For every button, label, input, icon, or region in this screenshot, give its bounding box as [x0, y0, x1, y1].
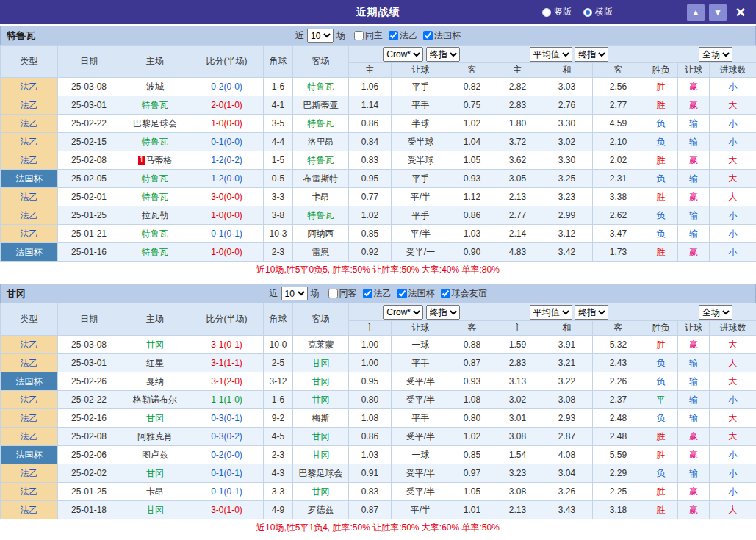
checkbox-label: 法国杯 [408, 287, 435, 300]
checkbox-input[interactable] [363, 289, 372, 298]
scope-select[interactable]: 全场 [699, 305, 732, 320]
recent-count-select[interactable]: 10 [307, 29, 334, 43]
home-team-cell[interactable]: 卡昂 [120, 483, 190, 501]
home-team-cell[interactable]: 特鲁瓦 [120, 225, 190, 243]
close-button[interactable]: × [731, 4, 750, 21]
home-team-cell[interactable]: 甘冈 [120, 409, 190, 428]
away-team-cell[interactable]: 甘冈 [293, 372, 349, 391]
away-team-cell[interactable]: 雷恩 [293, 243, 349, 262]
home-team-cell[interactable]: 特鲁瓦 [120, 170, 190, 188]
away-team-cell[interactable]: 梅斯 [293, 409, 349, 428]
company-select[interactable]: Crow* [383, 305, 423, 320]
away-team-cell[interactable]: 特鲁瓦 [293, 151, 349, 170]
home-team-cell[interactable]: 甘冈 [120, 501, 190, 519]
home-team-cell[interactable]: 巴黎足球会 [120, 115, 190, 133]
away-team-cell[interactable]: 甘冈 [293, 428, 349, 446]
away-team-cell[interactable]: 卡昂 [293, 188, 349, 206]
checkbox-input[interactable] [441, 289, 450, 298]
home-team-cell[interactable]: 1马蒂格 [120, 151, 190, 170]
score-cell[interactable]: 1-2(0-2) [190, 151, 264, 170]
home-team-cell[interactable]: 特鲁瓦 [120, 133, 190, 151]
home-team-cell[interactable]: 戛纳 [120, 372, 190, 391]
home-team-cell[interactable]: 甘冈 [120, 464, 190, 483]
recent-count-select[interactable]: 10 [281, 287, 308, 300]
score-cell[interactable]: 0-1(0-1) [190, 225, 264, 243]
score-cell[interactable]: 3-0(1-0) [190, 501, 264, 519]
score-cell[interactable]: 3-1(0-1) [190, 336, 264, 354]
odds-handicap-cell: 受半球 [392, 151, 450, 170]
col-type: 类型 [1, 46, 58, 78]
away-team-cell[interactable]: 洛里昂 [293, 133, 349, 151]
home-team-cell[interactable]: 特鲁瓦 [120, 243, 190, 262]
avg-away-cell: 2.31 [593, 170, 644, 188]
checkbox-input[interactable] [423, 31, 433, 40]
filter-checkbox-同主[interactable]: 同主 [354, 29, 383, 42]
away-team-cell[interactable]: 甘冈 [293, 483, 349, 501]
score-cell[interactable]: 2-0(1-0) [190, 96, 264, 115]
average-final-select[interactable]: 终指 [575, 305, 608, 320]
away-team-cell[interactable]: 克莱蒙 [293, 336, 349, 354]
sub-col-handicap: 让球 [392, 63, 450, 78]
filter-checkbox-球会友谊[interactable]: 球会友谊 [441, 287, 487, 300]
result-goals-cell: 大 [710, 188, 756, 206]
away-team-cell[interactable]: 布雷斯特 [293, 170, 349, 188]
checkbox-input[interactable] [389, 31, 398, 40]
filter-checkbox-法国杯[interactable]: 法国杯 [423, 29, 461, 42]
radio-vertical-layout[interactable]: 竖版 [542, 6, 572, 18]
score-cell[interactable]: 1-2(0-0) [190, 170, 264, 188]
scroll-down-button[interactable]: ▼ [709, 4, 727, 21]
away-team-cell[interactable]: 巴斯蒂亚 [293, 96, 349, 115]
home-team-cell[interactable]: 红星 [120, 354, 190, 372]
company-final-select[interactable]: 终指 [426, 47, 460, 62]
average-final-select[interactable]: 终指 [575, 47, 608, 62]
score-cell[interactable]: 1-0(0-0) [190, 206, 264, 225]
away-team-cell[interactable]: 甘冈 [293, 446, 349, 464]
away-team-cell[interactable]: 阿纳西 [293, 225, 349, 243]
result-goals-cell: 小 [710, 225, 756, 243]
score-cell[interactable]: 0-2(0-0) [190, 78, 264, 96]
home-team-cell[interactable]: 拉瓦勒 [120, 206, 190, 225]
company-select[interactable]: Crow* [383, 47, 423, 62]
filter-checkbox-同客[interactable]: 同客 [328, 287, 357, 300]
checkbox-input[interactable] [397, 289, 407, 298]
score-cell[interactable]: 0-3(0-2) [190, 428, 264, 446]
filter-checkbox-法国杯[interactable]: 法国杯 [397, 287, 435, 300]
average-select[interactable]: 平均值 [530, 47, 572, 62]
away-team-cell[interactable]: 罗德兹 [293, 501, 349, 519]
home-team-cell[interactable]: 甘冈 [120, 336, 190, 354]
home-team-cell[interactable]: 特鲁瓦 [120, 188, 190, 206]
away-team-cell[interactable]: 甘冈 [293, 354, 349, 372]
away-team-cell[interactable]: 特鲁瓦 [293, 115, 349, 133]
checkbox-input[interactable] [354, 31, 364, 40]
score-cell[interactable]: 1-0(0-0) [190, 115, 264, 133]
home-team-cell[interactable]: 图卢兹 [120, 446, 190, 464]
score-cell[interactable]: 0-1(0-1) [190, 464, 264, 483]
score-cell[interactable]: 0-2(0-0) [190, 446, 264, 464]
home-team-cell[interactable]: 阿雅克肖 [120, 428, 190, 446]
score-cell[interactable]: 0-1(0-1) [190, 483, 264, 501]
away-team-cell[interactable]: 特鲁瓦 [293, 78, 349, 96]
average-select[interactable]: 平均值 [530, 305, 572, 320]
filter-checkbox-法乙[interactable]: 法乙 [389, 29, 417, 42]
company-final-select[interactable]: 终指 [426, 305, 460, 320]
home-team-cell[interactable]: 特鲁瓦 [120, 96, 190, 115]
home-team-cell[interactable]: 格勒诺布尔 [120, 391, 190, 409]
score-cell[interactable]: 3-0(0-0) [190, 188, 264, 206]
filter-checkbox-法乙[interactable]: 法乙 [363, 287, 392, 300]
checkbox-input[interactable] [328, 289, 338, 298]
score-cell[interactable]: 3-1(1-1) [190, 354, 264, 372]
score-cell[interactable]: 1-1(1-0) [190, 391, 264, 409]
away-team-cell[interactable]: 甘冈 [293, 391, 349, 409]
score-cell[interactable]: 3-1(2-0) [190, 372, 264, 391]
match-row: 法乙25-01-18甘冈3-0(1-0)4-9罗德兹0.87平/半1.012.1… [1, 501, 756, 519]
score-cell[interactable]: 0-1(0-0) [190, 133, 264, 151]
score-cell[interactable]: 0-3(0-1) [190, 409, 264, 428]
away-team-cell[interactable]: 巴黎足球会 [293, 464, 349, 483]
radio-horizontal-layout[interactable]: 横版 [583, 6, 613, 18]
home-team-cell[interactable]: 波城 [120, 78, 190, 96]
scope-select[interactable]: 全场 [699, 47, 732, 62]
matches-table: 类型 日期 主场 比分(半场) 角球 客场 Crow* 终指 平均值 终指 全场 [0, 303, 756, 519]
scroll-up-button[interactable]: ▲ [687, 4, 705, 21]
away-team-cell[interactable]: 特鲁瓦 [293, 206, 349, 225]
score-cell[interactable]: 1-0(0-0) [190, 243, 264, 262]
